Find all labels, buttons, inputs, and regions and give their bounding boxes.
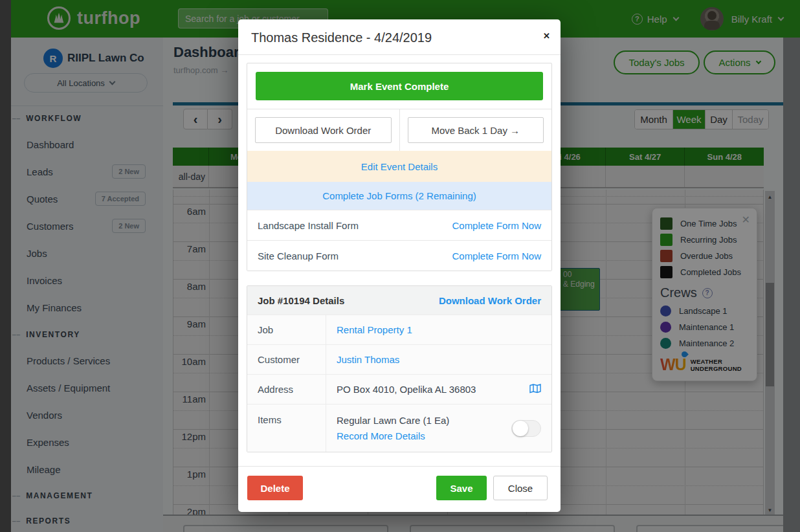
complete-job-forms-row[interactable]: Complete Job Forms (2 Remaining) (247, 182, 551, 210)
complete-form-link[interactable]: Complete Form Now (452, 250, 541, 261)
item-toggle[interactable] (511, 420, 541, 437)
toggle-knob (513, 421, 528, 436)
modal-footer: Delete Save Close (238, 466, 561, 512)
save-button[interactable]: Save (436, 476, 487, 500)
mark-event-complete-button[interactable]: Mark Event Complete (256, 72, 543, 100)
address-value: PO Box 4010, Opelika AL 36803 (337, 384, 476, 395)
event-modal: Thomas Residence - 4/24/2019 ✕ Mark Even… (238, 19, 561, 512)
item-value: Regular Lawn Care (1 Ea) (337, 415, 449, 426)
delete-button[interactable]: Delete (247, 476, 303, 500)
form-row-landscape-install: Landscape Install Form Complete Form Now (247, 210, 551, 240)
job-row: Job Rental Property 1 (247, 315, 551, 344)
job-details-panel: Job #10194 Details Download Work Order J… (247, 285, 552, 452)
close-button[interactable]: Close (493, 476, 548, 500)
download-work-order-link[interactable]: Download Work Order (439, 295, 541, 306)
app-root: turfhop ? Help Billy Kraft R RIIPL Lawn … (0, 0, 800, 532)
download-work-order-button[interactable]: Download Work Order (255, 117, 392, 143)
close-icon[interactable]: ✕ (543, 31, 550, 41)
address-row: Address PO Box 4010, Opelika AL 36803 (247, 374, 551, 404)
edit-event-details-row[interactable]: Edit Event Details (247, 151, 551, 182)
event-actions-panel: Mark Event Complete Download Work Order … (247, 63, 552, 271)
secondary-actions-row: Download Work Order Move Back 1 Day → (247, 109, 551, 151)
complete-form-link[interactable]: Complete Form Now (452, 220, 541, 231)
map-icon[interactable] (529, 384, 541, 395)
job-details-header: Job #10194 Details Download Work Order (247, 286, 551, 315)
move-back-button[interactable]: Move Back 1 Day → (408, 117, 544, 143)
customer-link[interactable]: Justin Thomas (337, 354, 399, 365)
job-link[interactable]: Rental Property 1 (337, 324, 412, 335)
form-row-site-cleanup: Site Cleanup Form Complete Form Now (247, 240, 551, 271)
record-more-details-link[interactable]: Record More Details (337, 430, 449, 441)
items-row: Items Regular Lawn Care (1 Ea) Record Mo… (247, 404, 551, 452)
modal-title: Thomas Residence - 4/24/2019 (251, 30, 548, 45)
modal-body: Mark Event Complete Download Work Order … (238, 55, 561, 466)
modal-header: Thomas Residence - 4/24/2019 ✕ (238, 19, 561, 55)
customer-row: Customer Justin Thomas (247, 344, 551, 374)
